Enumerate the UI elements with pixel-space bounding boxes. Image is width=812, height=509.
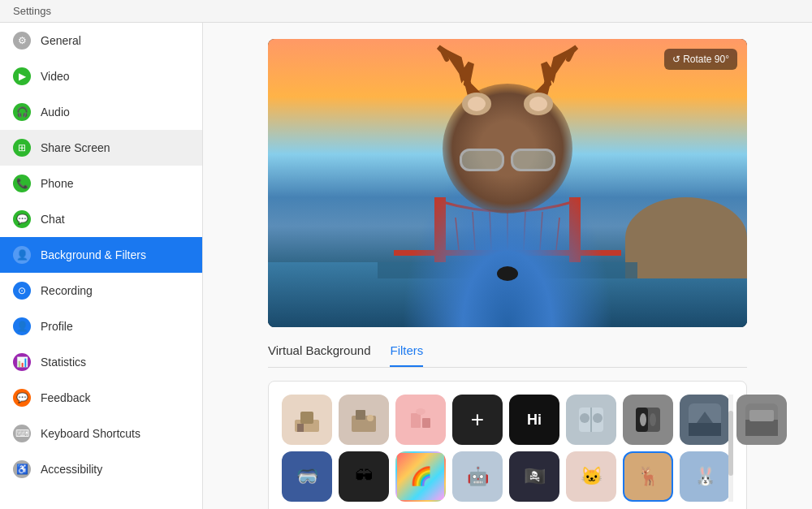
sidebar-item-label: Profile [41, 320, 73, 333]
filter-deer[interactable]: 🦌 [623, 451, 673, 502]
sidebar-item-label: Feedback [41, 391, 90, 404]
svg-rect-33 [689, 423, 721, 436]
main-container: ⚙ General ▶ Video 🎧 Audio ⊞ Share Screen… [0, 23, 812, 509]
svg-rect-17 [297, 424, 304, 432]
sidebar-item-statistics[interactable]: 📊 Statistics [0, 344, 202, 380]
svg-point-20 [367, 415, 374, 421]
feedback-icon: 💬 [13, 389, 31, 407]
sidebar-item-share-screen[interactable]: ⊞ Share Screen [0, 130, 202, 166]
content-area: ↺ Rotate 90° Virtual Background Filters [203, 23, 812, 509]
filter-pink[interactable] [395, 395, 446, 445]
svg-rect-16 [300, 412, 313, 424]
filter-landscape2[interactable] [736, 395, 787, 445]
sidebar-item-chat[interactable]: 💬 Chat [0, 201, 202, 237]
filter-3d[interactable]: 🕶 [339, 451, 389, 502]
sidebar-item-label: Video [41, 70, 70, 83]
sidebar-item-feedback[interactable]: 💬 Feedback [0, 380, 202, 416]
title-bar: Settings [0, 0, 812, 23]
svg-point-14 [529, 97, 547, 111]
rotate-button[interactable]: ↺ Rotate 90° [664, 49, 737, 70]
svg-rect-31 [650, 413, 656, 426]
sidebar-item-accessibility[interactable]: ♿ Accessibility [0, 451, 202, 487]
sidebar-item-label: Recording [41, 284, 93, 297]
sidebar-item-label: Chat [41, 213, 65, 226]
sidebar-item-label: Keyboard Shortcuts [41, 427, 140, 440]
sidebar-item-recording[interactable]: ⊙ Recording [0, 273, 202, 308]
sidebar-item-general[interactable]: ⚙ General [0, 23, 202, 58]
svg-rect-30 [640, 413, 646, 426]
svg-rect-36 [745, 420, 778, 436]
filters-row-2: 🥽 🕶 🌈 🤖 🏴‍☠️ 🐱 [282, 451, 733, 502]
phone-icon: 📞 [13, 175, 31, 192]
accessibility-icon: ♿ [13, 460, 31, 478]
scrollbar-track [728, 395, 733, 502]
sidebar-item-background-filters[interactable]: 👤 Background & Filters [0, 237, 202, 273]
video-icon: ▶ [13, 67, 31, 85]
sidebar-item-label: Share Screen [41, 141, 110, 154]
sidebar-item-label: Phone [41, 177, 73, 190]
background-icon: 👤 [13, 246, 31, 264]
sidebar-item-audio[interactable]: 🎧 Audio [0, 94, 202, 130]
tabs-container: Virtual Background Filters [268, 343, 747, 368]
audio-icon: 🎧 [13, 103, 31, 121]
sidebar-item-label: Accessibility [41, 463, 102, 476]
filter-pirate[interactable]: 🏴‍☠️ [509, 451, 559, 502]
keyboard-icon: ⌨ [13, 425, 31, 442]
tab-virtual-background[interactable]: Virtual Background [268, 343, 370, 367]
tabs: Virtual Background Filters [268, 343, 747, 368]
svg-point-26 [580, 413, 590, 423]
filter-bunny[interactable]: 🐰 [680, 451, 730, 502]
share-screen-icon: ⊞ [13, 139, 31, 157]
scrollbar-thumb[interactable] [728, 411, 733, 476]
filter-bw[interactable] [623, 395, 673, 445]
filter-hi[interactable]: Hi [509, 395, 559, 445]
filter-room2[interactable] [339, 395, 389, 445]
video-background [268, 39, 747, 327]
svg-point-12 [468, 97, 486, 111]
hills [625, 197, 747, 278]
sidebar-item-video[interactable]: ▶ Video [0, 58, 202, 94]
filter-vr[interactable]: 🥽 [282, 451, 332, 502]
svg-rect-19 [356, 410, 365, 420]
filter-landscape1[interactable] [680, 395, 730, 445]
sidebar-item-phone[interactable]: 📞 Phone [0, 166, 202, 201]
antlers-svg [386, 39, 629, 120]
svg-point-23 [416, 408, 425, 415]
sidebar-item-label: Background & Filters [41, 248, 146, 261]
filter-mirror[interactable] [566, 395, 616, 445]
sidebar-item-profile[interactable]: 👤 Profile [0, 308, 202, 344]
filter-robot[interactable]: 🤖 [452, 451, 503, 502]
tab-filters[interactable]: Filters [390, 343, 423, 367]
sidebar: ⚙ General ▶ Video 🎧 Audio ⊞ Share Screen… [0, 23, 203, 509]
gear-icon: ⚙ [13, 32, 31, 50]
svg-point-27 [593, 413, 603, 423]
filter-rainbow[interactable]: 🌈 [395, 451, 446, 502]
recording-icon: ⊙ [13, 282, 31, 300]
svg-rect-22 [422, 418, 430, 428]
statistics-icon: 📊 [13, 353, 31, 371]
filter-cat[interactable]: 🐱 [566, 451, 616, 502]
filters-grid-container: + Hi [268, 381, 747, 509]
sidebar-item-label: General [41, 34, 81, 47]
deer-filter [386, 39, 629, 123]
profile-icon: 👤 [13, 317, 31, 335]
filter-room1[interactable] [282, 395, 332, 445]
settings-title: Settings [13, 5, 51, 17]
filter-add[interactable]: + [452, 395, 503, 445]
filters-scroll-wrapper: + Hi [282, 395, 733, 502]
sidebar-item-label: Statistics [41, 356, 86, 369]
chat-icon: 💬 [13, 210, 31, 228]
video-preview: ↺ Rotate 90° [268, 39, 747, 327]
svg-rect-21 [411, 413, 421, 428]
sidebar-item-keyboard-shortcuts[interactable]: ⌨ Keyboard Shortcuts [0, 416, 202, 451]
filters-row-1: + Hi [282, 395, 733, 445]
svg-rect-37 [749, 410, 774, 421]
sidebar-item-label: Audio [41, 106, 70, 119]
